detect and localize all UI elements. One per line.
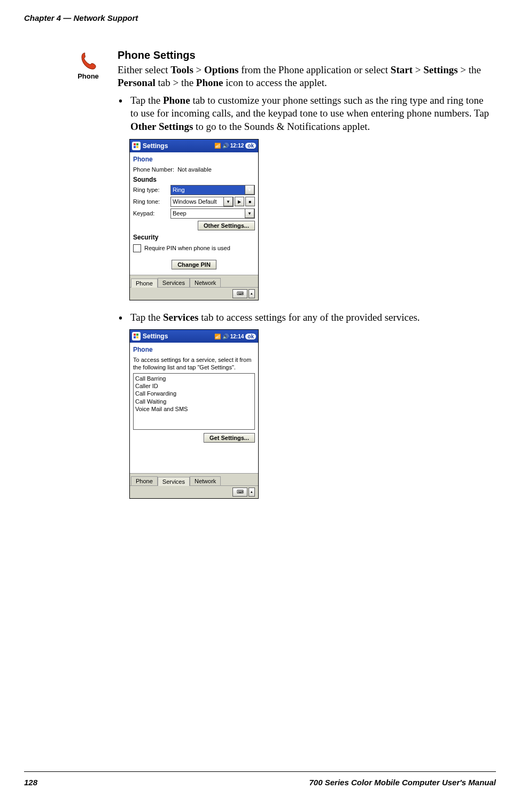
security-label: Security [133, 234, 255, 241]
volume-icon[interactable]: 🔊 [222, 334, 229, 339]
clock: 12:12 [230, 143, 244, 149]
svg-rect-7 [136, 336, 138, 338]
ok-button[interactable]: ok [245, 334, 256, 339]
phone-applet-icon: Phone [72, 52, 104, 80]
list-item[interactable]: Call Waiting [135, 398, 253, 405]
tab-network[interactable]: Network [190, 476, 221, 485]
header-left: Chapter 4 — Network Support [24, 13, 138, 22]
keypad-label: Keypad: [133, 210, 170, 216]
signal-icon: 📶 [214, 334, 221, 339]
tab-services[interactable]: Services [158, 477, 190, 486]
screenshot-phone-settings-services-tab: Settings 📶 🔊 12:14 ok Phone To access se… [129, 329, 259, 498]
chevron-down-icon: ▼ [245, 208, 254, 218]
footer-rule [24, 771, 496, 772]
sip-up-icon[interactable]: ▴ [249, 289, 255, 298]
start-flag-icon[interactable] [132, 142, 141, 150]
svg-rect-2 [134, 146, 136, 148]
svg-rect-6 [134, 336, 136, 338]
titlebar: Settings 📶 🔊 12:14 ok [130, 330, 258, 343]
chevron-down-icon: ▼ [245, 185, 254, 195]
services-listbox[interactable]: Call Barring Caller ID Call Forwarding C… [133, 373, 255, 430]
chevron-down-icon: ▼ [223, 197, 233, 206]
screenshot-phone-settings-phone-tab: Settings 📶 🔊 12:12 ok Phone Phone Number… [129, 139, 259, 300]
require-pin-checkbox[interactable] [133, 244, 141, 252]
bullet-services-tab: Tap the Services tab to access settings … [118, 311, 493, 324]
keyboard-icon[interactable]: ⌨ [232, 289, 247, 298]
panel-heading: Phone [133, 156, 255, 163]
phone-number-value: Not available [177, 166, 212, 173]
titlebar-text: Settings [143, 142, 168, 150]
ringtype-value: Ring [173, 187, 185, 193]
page-number: 128 [24, 778, 37, 787]
ringtone-label: Ring tone: [133, 198, 170, 205]
tab-phone[interactable]: Phone [131, 476, 158, 485]
svg-rect-1 [136, 143, 138, 145]
manual-title: 700 Series Color Mobile Computer User's … [309, 778, 496, 787]
tab-network[interactable]: Network [190, 278, 221, 287]
volume-icon[interactable]: 🔊 [222, 143, 229, 149]
ok-button[interactable]: ok [245, 143, 256, 149]
titlebar: Settings 📶 🔊 12:12 ok [130, 140, 258, 152]
intro-paragraph: Either select Tools > Options from the P… [118, 64, 493, 90]
list-item[interactable]: Caller ID [135, 382, 253, 390]
phone-number-label: Phone Number: [133, 166, 174, 173]
ringtone-value: Windows Default [173, 198, 217, 205]
signal-icon: 📶 [214, 143, 221, 149]
clock: 12:14 [230, 334, 244, 339]
keypad-value: Beep [173, 210, 187, 216]
tab-services[interactable]: Services [158, 278, 190, 287]
ringtype-dropdown[interactable]: Ring ▼ [170, 185, 255, 195]
section-title: Phone Settings [118, 49, 493, 61]
change-pin-button[interactable]: Change PIN [172, 260, 216, 269]
panel-heading: Phone [133, 346, 255, 353]
list-item[interactable]: Call Forwarding [135, 390, 253, 397]
sip-up-icon[interactable]: ▴ [249, 488, 255, 497]
require-pin-label: Require PIN when phone is used [144, 245, 230, 251]
titlebar-text: Settings [143, 332, 168, 340]
ringtone-dropdown[interactable]: Windows Default ▼ [170, 197, 234, 207]
svg-rect-5 [136, 334, 138, 336]
services-description: To access settings for a service, select… [133, 357, 255, 370]
svg-rect-3 [136, 146, 138, 148]
ringtype-label: Ring type: [133, 187, 170, 193]
start-flag-icon[interactable] [132, 332, 141, 341]
list-item[interactable]: Voice Mail and SMS [135, 405, 253, 413]
phone-icon-label: Phone [72, 72, 104, 80]
svg-rect-4 [134, 334, 136, 336]
bullet-phone-tab: Tap the Phone tab to customize your phon… [118, 94, 493, 134]
svg-rect-0 [134, 143, 136, 145]
keyboard-icon[interactable]: ⌨ [232, 488, 247, 497]
tab-phone[interactable]: Phone [131, 279, 158, 288]
keypad-dropdown[interactable]: Beep ▼ [170, 208, 255, 219]
get-settings-button[interactable]: Get Settings... [204, 433, 255, 443]
play-button[interactable]: ▶ [235, 197, 244, 206]
list-item[interactable]: Call Barring [135, 375, 253, 382]
stop-button[interactable]: ■ [245, 197, 255, 206]
sounds-label: Sounds [133, 176, 255, 183]
other-settings-button[interactable]: Other Settings... [198, 221, 255, 230]
